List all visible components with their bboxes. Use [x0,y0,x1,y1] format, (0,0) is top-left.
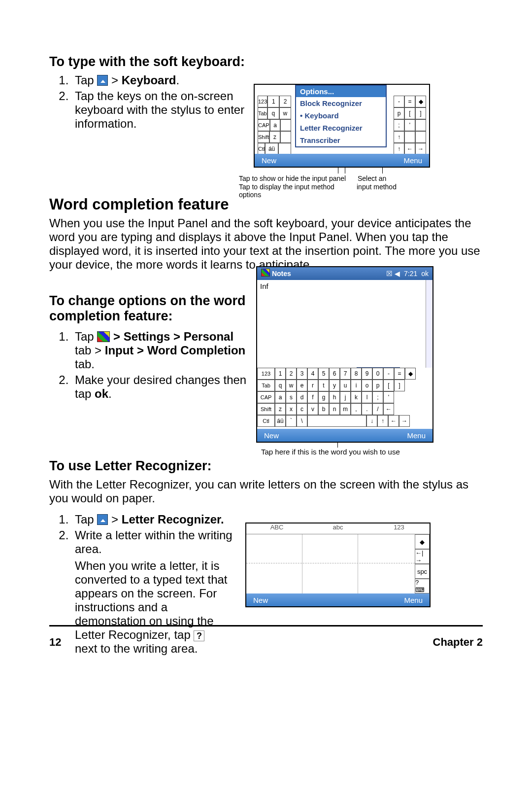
key[interactable]: ◆ [415,534,430,549]
key[interactable]: g [318,391,329,403]
key[interactable]: ↑ [394,131,404,143]
key[interactable]: y [329,380,340,391]
key[interactable]: p [372,380,383,391]
key[interactable] [415,131,426,143]
key[interactable]: - [383,368,394,380]
key[interactable]: j [340,391,351,403]
key[interactable]: h [329,391,340,403]
softkey-menu[interactable]: Menu [407,431,426,440]
key[interactable]: v [307,403,318,415]
key-label[interactable]: 123 [258,96,267,107]
key[interactable]: = [404,96,415,107]
key[interactable]: 2 [279,96,291,107]
key[interactable]: ← [404,143,415,155]
key[interactable]: x [286,403,297,415]
note-body[interactable]: Inf [257,280,426,368]
key[interactable]: f [307,391,318,403]
key[interactable]: 2 [286,368,297,380]
key[interactable]: 5 [318,368,329,380]
softkey-menu[interactable]: Menu [403,156,422,165]
popup-item[interactable]: Transcriber [296,134,386,146]
key[interactable]: = [394,368,405,380]
key[interactable]: ] [415,107,426,119]
key[interactable] [278,143,291,155]
key-label[interactable]: CAP [258,119,270,131]
key[interactable]: ` [286,415,297,427]
key[interactable] [415,119,426,131]
key[interactable]: o [362,380,372,391]
popup-item[interactable]: Block Recognizer [296,97,386,109]
key[interactable]: áü [265,143,278,155]
key[interactable]: e [297,380,307,391]
key[interactable]: 6 [329,368,340,380]
key[interactable]: l [362,391,372,403]
key[interactable]: 8 [351,368,362,380]
key[interactable]: m [340,403,351,415]
key[interactable]: 9 [362,368,372,380]
key[interactable]: 7 [340,368,351,380]
key[interactable]: 1 [267,96,279,107]
key[interactable]: ; [394,119,404,131]
key[interactable]: spc [415,564,430,579]
key[interactable]: ; [372,391,383,403]
popup-item-selected[interactable]: • Keyboard [296,109,386,122]
key[interactable]: ◆ [415,96,426,107]
key[interactable]: → [399,415,410,427]
key[interactable]: 1 [275,368,286,380]
softkey-new[interactable]: New [264,431,279,440]
key[interactable]: \ [297,415,307,427]
key[interactable] [307,415,366,427]
key-label[interactable]: Shift [258,131,269,143]
key-label[interactable]: Ctl [258,143,265,155]
softkey-new[interactable]: New [262,156,276,165]
key[interactable]: 3 [297,368,307,380]
key[interactable]: , [351,403,362,415]
key[interactable]: . [362,403,372,415]
softkey-new[interactable]: New [253,596,268,604]
key-label[interactable]: Tab [258,107,267,119]
key[interactable]: i [351,380,362,391]
key[interactable]: b [318,403,329,415]
popup-header[interactable]: Options... [296,86,386,97]
key[interactable]: ' [383,391,394,403]
key[interactable]: q [267,107,279,119]
key[interactable]: ↑ [377,415,388,427]
key[interactable]: a [275,391,286,403]
key[interactable]: t [318,380,329,391]
key[interactable]: 123 [257,368,275,380]
key[interactable] [280,131,291,143]
key[interactable]: 4 [307,368,318,380]
key[interactable]: r [307,380,318,391]
key[interactable]: ? ⌨ [415,579,430,593]
key[interactable]: k [351,391,362,403]
key[interactable]: → [415,143,426,155]
key[interactable]: z [269,131,280,143]
key[interactable]: - [394,96,404,107]
key[interactable]: s [286,391,297,403]
key[interactable]: Shift [257,403,275,415]
key[interactable]: ←|→ [415,549,430,564]
softkey-menu[interactable]: Menu [404,596,423,604]
key[interactable]: CAP [257,391,275,403]
key[interactable]: Tab [257,380,275,391]
key[interactable]: ] [394,380,405,391]
key[interactable]: ↑ [394,143,404,155]
key[interactable] [404,131,415,143]
key[interactable]: áü [275,415,286,427]
key[interactable]: ↓ [366,415,377,427]
key[interactable]: [ [404,107,415,119]
key[interactable]: 0 [372,368,383,380]
key[interactable]: u [340,380,351,391]
key[interactable]: w [279,107,291,119]
ok-button[interactable]: ok [421,270,429,278]
key[interactable]: [ [383,380,394,391]
key[interactable]: Ctl [257,415,275,427]
key[interactable]: q [275,380,286,391]
key[interactable]: a [270,119,281,131]
key[interactable]: p [394,107,404,119]
key[interactable] [280,119,291,131]
key[interactable]: n [329,403,340,415]
key[interactable]: ← [383,403,394,415]
writing-area[interactable] [246,534,415,593]
popup-item[interactable]: Letter Recognizer [296,122,386,134]
